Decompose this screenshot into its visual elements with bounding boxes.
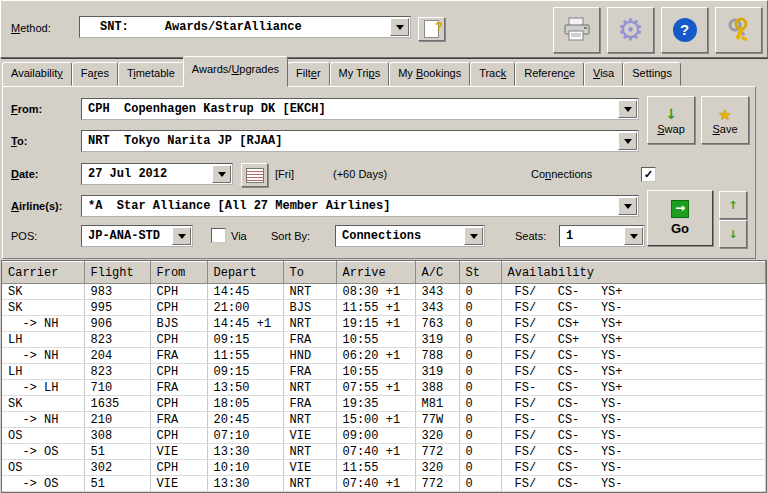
method-help-button[interactable]: ? (418, 17, 445, 41)
to-combo[interactable]: NRT Tokyo Narita JP [RJAA] (81, 130, 639, 152)
result-cell: 0 (459, 460, 501, 476)
swap-button[interactable]: ↓ Swap (647, 96, 695, 144)
result-row[interactable]: -> OS51VIE13:30NRT07:40 +17720FS/ CS- YS… (2, 476, 766, 492)
result-cell: 710 (84, 380, 150, 396)
result-cell: 0 (459, 300, 501, 316)
result-cell: 09:00 (336, 428, 415, 444)
result-cell: HND (283, 348, 336, 364)
column-header-st[interactable]: St (459, 262, 501, 284)
result-row[interactable]: -> NH210FRA20:45NRT15:00 +177W0FS- CS- Y… (2, 412, 766, 428)
tab-label: Settings (632, 67, 672, 79)
scroll-down-button[interactable]: ↓ (719, 220, 747, 248)
column-header-depart[interactable]: Depart (207, 262, 283, 284)
go-button[interactable]: → Go (647, 190, 713, 246)
result-cell: VIE (150, 444, 207, 460)
tab-track[interactable]: Track (470, 62, 515, 86)
go-arrow-icon: → (671, 200, 689, 218)
tab-fares[interactable]: Fares (72, 62, 118, 86)
tab-settings[interactable]: Settings (623, 62, 681, 86)
dropdown-arrow-icon[interactable] (618, 100, 637, 118)
tab-my-bookings[interactable]: My Bookings (389, 62, 470, 86)
result-row[interactable]: LH823CPH09:15FRA10:553190FS/ CS- YS+ (2, 364, 766, 380)
login-keys-button[interactable] (715, 7, 762, 53)
result-cell: CPH (150, 428, 207, 444)
calendar-button[interactable] (241, 163, 268, 187)
result-row[interactable]: -> NH906BJS14:45 +1NRT19:15 +17630FS/ CS… (2, 316, 766, 332)
pos-combo[interactable]: JP-ANA-STD (81, 225, 193, 247)
airlines-combo[interactable]: *A Star Alliance [All 27 Member Airlines… (81, 195, 639, 217)
swap-button-label: Swap (657, 123, 685, 135)
date-combo[interactable]: 27 Jul 2012 (81, 163, 233, 185)
result-row[interactable]: -> OS51VIE13:30NRT07:40 +17720FS/ CS- YS… (2, 444, 766, 460)
keys-icon (724, 16, 754, 44)
method-combo[interactable]: SNT: Awards/StarAlliance (79, 16, 411, 38)
tab-visa[interactable]: Visa (584, 62, 623, 86)
column-header-a-c[interactable]: A/C (415, 262, 459, 284)
tab-availability[interactable]: Availability (2, 62, 72, 86)
via-checkbox[interactable] (211, 228, 226, 243)
result-cell: FS- CS- YS- (501, 412, 766, 428)
tab-label: Availability (11, 67, 63, 79)
dropdown-arrow-icon[interactable] (212, 165, 231, 183)
result-row[interactable]: SK1635CPH18:05FRA19:35M810FS/ CS- YS- (2, 396, 766, 412)
result-cell: 07:10 (207, 428, 283, 444)
result-row[interactable]: -> NH204FRA11:55HND06:20 +17880FS/ CS- Y… (2, 348, 766, 364)
column-header-availability[interactable]: Availability (501, 262, 766, 284)
print-button[interactable] (553, 7, 600, 53)
result-cell: VIE (283, 428, 336, 444)
swap-arrow-icon: ↓ (665, 105, 677, 123)
tab-label: My Bookings (398, 67, 461, 79)
date-range-text: (+60 Days) (333, 168, 387, 180)
connections-checkbox[interactable]: ✓ (641, 167, 656, 182)
dropdown-arrow-icon[interactable] (464, 227, 483, 245)
tab-timetable[interactable]: Timetable (118, 62, 184, 86)
result-cell: VIE (283, 460, 336, 476)
tab-label: Reference (524, 67, 575, 79)
results-table: CarrierFlightFromDepartToArriveA/CStAvai… (1, 260, 767, 493)
column-header-flight[interactable]: Flight (84, 262, 150, 284)
result-cell: 13:30 (207, 444, 283, 460)
result-cell: FS/ CS+ YS+ (501, 332, 766, 348)
from-combo[interactable]: CPH Copenhagen Kastrup DK [EKCH] (81, 98, 639, 120)
result-row[interactable]: LH823CPH09:15FRA10:553190FS/ CS+ YS+ (2, 332, 766, 348)
result-cell: M81 (415, 396, 459, 412)
result-cell: LH (2, 364, 84, 380)
tab-awards-upgrades[interactable]: Awards/Upgrades (183, 56, 288, 87)
result-cell: 0 (459, 476, 501, 492)
column-header-from[interactable]: From (150, 262, 207, 284)
result-cell: 210 (84, 412, 150, 428)
result-cell: 11:55 +1 (336, 300, 415, 316)
result-row[interactable]: OS302CPH10:10VIE11:553200FS/ CS- YS- (2, 460, 766, 476)
sort-by-combo[interactable]: Connections (335, 225, 485, 247)
result-cell: -> NH (2, 348, 84, 364)
result-cell: -> OS (2, 444, 84, 460)
result-cell: FS/ CS- YS- (501, 476, 766, 492)
result-cell: 1635 (84, 396, 150, 412)
down-arrow-icon: ↓ (728, 228, 737, 241)
result-row[interactable]: SK995CPH21:00BJS11:55 +13430FS/ CS- YS- (2, 300, 766, 316)
dropdown-arrow-icon[interactable] (172, 227, 191, 245)
seats-combo[interactable]: 1 (559, 225, 645, 247)
column-header-carrier[interactable]: Carrier (2, 262, 84, 284)
scroll-up-button[interactable]: ↑ (719, 191, 747, 219)
result-cell: 06:20 +1 (336, 348, 415, 364)
settings-button[interactable]: ⚙ (607, 7, 654, 53)
result-cell: NRT (283, 412, 336, 428)
dropdown-arrow-icon[interactable] (390, 18, 409, 36)
result-row[interactable]: -> LH710FRA13:50NRT07:55 +13880FS- CS- Y… (2, 380, 766, 396)
tab-filter[interactable]: Filter (287, 62, 329, 86)
dropdown-arrow-icon[interactable] (618, 197, 637, 215)
result-cell: NRT (283, 284, 336, 300)
column-header-to[interactable]: To (283, 262, 336, 284)
dropdown-arrow-icon[interactable] (624, 227, 643, 245)
result-row[interactable]: OS308CPH07:10VIE09:003200FS/ CS- YS- (2, 428, 766, 444)
dropdown-arrow-icon[interactable] (618, 132, 637, 150)
save-button[interactable]: ★ Save (701, 96, 749, 144)
tab-my-trips[interactable]: My Trips (330, 62, 390, 86)
help-button[interactable]: ? (661, 7, 708, 53)
tab-reference[interactable]: Reference (515, 62, 584, 86)
save-button-label: Save (712, 123, 737, 135)
column-header-arrive[interactable]: Arrive (336, 262, 415, 284)
result-cell: 0 (459, 444, 501, 460)
result-row[interactable]: SK983CPH14:45NRT08:30 +13430FS/ CS- YS+ (2, 284, 766, 300)
